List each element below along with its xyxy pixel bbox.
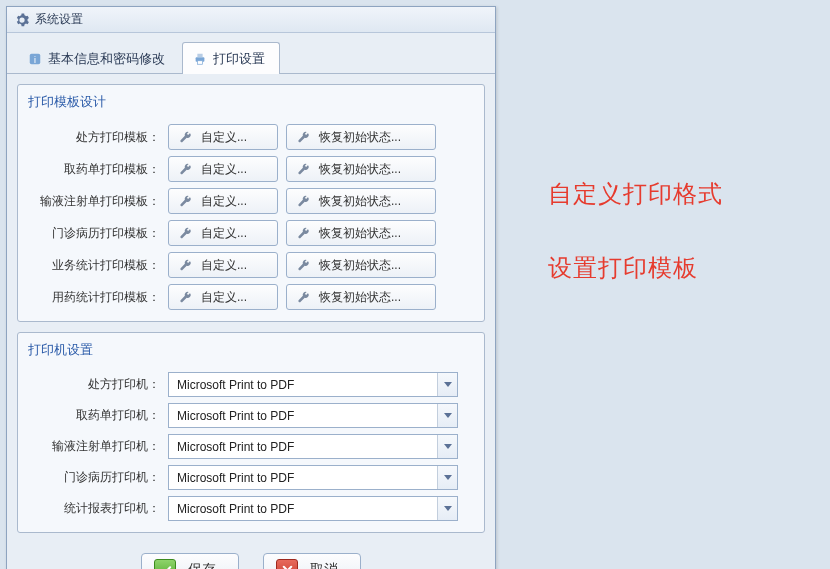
restore-button[interactable]: 恢复初始状态...: [286, 188, 436, 214]
restore-button[interactable]: 恢复初始状态...: [286, 284, 436, 310]
settings-window: 系统设置 i 基本信息和密码修改 打印设置 打印模板设计 处方打印模板： 自定义…: [6, 6, 496, 569]
button-label: 恢复初始状态...: [319, 289, 401, 306]
chevron-down-icon[interactable]: [437, 466, 457, 489]
button-label: 取消: [310, 561, 338, 569]
button-label: 恢复初始状态...: [319, 225, 401, 242]
tab-label: 打印设置: [213, 50, 265, 68]
tab-label: 基本信息和密码修改: [48, 50, 165, 68]
customize-button[interactable]: 自定义...: [168, 252, 278, 278]
button-label: 自定义...: [201, 225, 247, 242]
close-icon: [276, 559, 298, 569]
printer-select[interactable]: Microsoft Print to PDF: [168, 496, 458, 521]
button-label: 自定义...: [201, 129, 247, 146]
row-label: 门诊病历打印机：: [30, 469, 160, 486]
select-value: Microsoft Print to PDF: [169, 466, 437, 489]
annotation-text: 设置打印模板: [548, 252, 723, 284]
printer-icon: [193, 52, 207, 66]
cancel-button[interactable]: 取消: [263, 553, 361, 569]
wrench-icon: [179, 258, 193, 272]
row-label: 处方打印模板：: [30, 129, 160, 146]
chevron-down-icon[interactable]: [437, 404, 457, 427]
restore-button[interactable]: 恢复初始状态...: [286, 124, 436, 150]
wrench-icon: [297, 194, 311, 208]
printer-row: 输液注射单打印机： Microsoft Print to PDF: [18, 431, 484, 462]
window-title: 系统设置: [35, 11, 83, 28]
wrench-icon: [179, 162, 193, 176]
printer-row: 统计报表打印机： Microsoft Print to PDF: [18, 493, 484, 524]
group-template: 打印模板设计 处方打印模板： 自定义... 恢复初始状态... 取药单打印模板：…: [17, 84, 485, 322]
row-label: 处方打印机：: [30, 376, 160, 393]
chevron-down-icon[interactable]: [437, 373, 457, 396]
wrench-icon: [297, 226, 311, 240]
wrench-icon: [179, 290, 193, 304]
wrench-icon: [297, 258, 311, 272]
customize-button[interactable]: 自定义...: [168, 124, 278, 150]
customize-button[interactable]: 自定义...: [168, 220, 278, 246]
button-label: 恢复初始状态...: [319, 129, 401, 146]
tab-basic[interactable]: i 基本信息和密码修改: [17, 42, 180, 74]
wrench-icon: [297, 290, 311, 304]
customize-button[interactable]: 自定义...: [168, 188, 278, 214]
row-label: 取药单打印模板：: [30, 161, 160, 178]
select-value: Microsoft Print to PDF: [169, 373, 437, 396]
row-label: 统计报表打印机：: [30, 500, 160, 517]
button-label: 恢复初始状态...: [319, 161, 401, 178]
button-label: 自定义...: [201, 289, 247, 306]
row-label: 输液注射单打印机：: [30, 438, 160, 455]
annotations: 自定义打印格式 设置打印模板: [548, 178, 723, 284]
row-label: 用药统计打印模板：: [30, 289, 160, 306]
printer-row: 取药单打印机： Microsoft Print to PDF: [18, 400, 484, 431]
tab-body: 打印模板设计 处方打印模板： 自定义... 恢复初始状态... 取药单打印模板：…: [7, 74, 495, 569]
wrench-icon: [297, 130, 311, 144]
footer: 保存 取消: [17, 543, 485, 569]
customize-button[interactable]: 自定义...: [168, 284, 278, 310]
info-icon: i: [28, 52, 42, 66]
gear-icon: [15, 13, 29, 27]
titlebar: 系统设置: [7, 7, 495, 33]
chevron-down-icon[interactable]: [437, 435, 457, 458]
button-label: 保存: [188, 561, 216, 569]
svg-text:i: i: [34, 55, 36, 65]
restore-button[interactable]: 恢复初始状态...: [286, 252, 436, 278]
check-icon: [154, 559, 176, 569]
customize-button[interactable]: 自定义...: [168, 156, 278, 182]
template-row: 用药统计打印模板： 自定义... 恢复初始状态...: [18, 281, 484, 313]
restore-button[interactable]: 恢复初始状态...: [286, 220, 436, 246]
printer-row: 处方打印机： Microsoft Print to PDF: [18, 369, 484, 400]
template-row: 处方打印模板： 自定义... 恢复初始状态...: [18, 121, 484, 153]
group-title: 打印机设置: [18, 333, 484, 369]
select-value: Microsoft Print to PDF: [169, 497, 437, 520]
printer-select[interactable]: Microsoft Print to PDF: [168, 434, 458, 459]
restore-button[interactable]: 恢复初始状态...: [286, 156, 436, 182]
row-label: 输液注射单打印模板：: [30, 193, 160, 210]
row-label: 门诊病历打印模板：: [30, 225, 160, 242]
printer-select[interactable]: Microsoft Print to PDF: [168, 465, 458, 490]
svg-rect-4: [197, 61, 202, 65]
wrench-icon: [297, 162, 311, 176]
printer-select[interactable]: Microsoft Print to PDF: [168, 403, 458, 428]
svg-rect-3: [197, 54, 202, 58]
chevron-down-icon[interactable]: [437, 497, 457, 520]
select-value: Microsoft Print to PDF: [169, 435, 437, 458]
annotation-text: 自定义打印格式: [548, 178, 723, 210]
button-label: 恢复初始状态...: [319, 193, 401, 210]
button-label: 自定义...: [201, 193, 247, 210]
wrench-icon: [179, 194, 193, 208]
template-row: 门诊病历打印模板： 自定义... 恢复初始状态...: [18, 217, 484, 249]
row-label: 业务统计打印模板：: [30, 257, 160, 274]
button-label: 恢复初始状态...: [319, 257, 401, 274]
save-button[interactable]: 保存: [141, 553, 239, 569]
tab-print[interactable]: 打印设置: [182, 42, 280, 74]
wrench-icon: [179, 226, 193, 240]
printer-select[interactable]: Microsoft Print to PDF: [168, 372, 458, 397]
button-label: 自定义...: [201, 257, 247, 274]
group-printer: 打印机设置 处方打印机： Microsoft Print to PDF 取药单打…: [17, 332, 485, 533]
tab-strip: i 基本信息和密码修改 打印设置: [7, 33, 495, 74]
group-title: 打印模板设计: [18, 85, 484, 121]
wrench-icon: [179, 130, 193, 144]
template-row: 输液注射单打印模板： 自定义... 恢复初始状态...: [18, 185, 484, 217]
select-value: Microsoft Print to PDF: [169, 404, 437, 427]
button-label: 自定义...: [201, 161, 247, 178]
template-row: 取药单打印模板： 自定义... 恢复初始状态...: [18, 153, 484, 185]
row-label: 取药单打印机：: [30, 407, 160, 424]
